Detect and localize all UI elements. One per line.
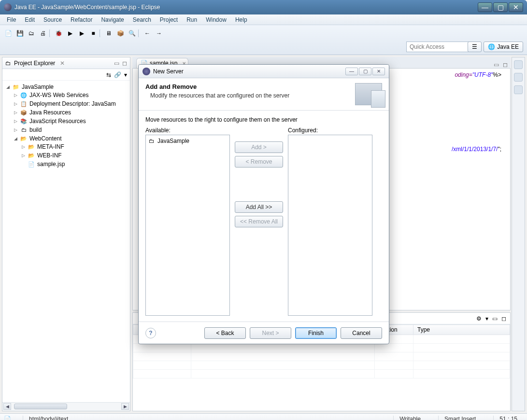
editor-text: ";	[498, 146, 501, 153]
snippets-icon[interactable]	[514, 85, 523, 94]
filter-icon[interactable]: ⚙	[476, 315, 482, 322]
available-list[interactable]: 🗀 JavaSample	[145, 135, 230, 316]
editor-text: 1/1/2013/1/7/	[464, 146, 498, 153]
add-all-button[interactable]: Add All >>	[235, 201, 283, 213]
window-title: Java EE - JavaSample/WebContent/sample.j…	[14, 4, 477, 11]
editor-text: "UTF-8"	[472, 71, 493, 78]
print-icon[interactable]: 🖨	[38, 28, 48, 39]
search-icon[interactable]: 🔍	[127, 28, 137, 39]
tree-item[interactable]: Deployment Descriptor: JavaSam	[29, 100, 116, 107]
maximize-view-icon[interactable]: ◻	[122, 60, 127, 67]
collapse-all-icon[interactable]: ⇆	[106, 71, 111, 78]
maximize-editor-icon[interactable]: ◻	[503, 61, 508, 68]
minimize-editor-icon[interactable]: ▭	[494, 61, 499, 68]
forward-icon[interactable]: →	[154, 28, 164, 39]
tree-item[interactable]: META-INF	[37, 143, 64, 150]
list-item[interactable]: 🗀 JavaSample	[148, 137, 228, 145]
project-explorer-title: Project Explorer	[14, 60, 55, 67]
back-button[interactable]: < Back	[204, 327, 246, 339]
menu-search[interactable]: Search	[129, 15, 155, 24]
task-list-icon[interactable]	[514, 73, 523, 82]
save-all-icon[interactable]: 🗂	[26, 28, 37, 39]
menu-navigate[interactable]: Navigate	[97, 15, 128, 24]
run-ext-icon[interactable]: ▶	[76, 28, 87, 39]
tree-item[interactable]: JAX-WS Web Services	[29, 92, 88, 98]
new-icon[interactable]: 📄	[3, 28, 14, 39]
maximize-button[interactable]: ▢	[493, 2, 508, 12]
tree-item[interactable]: sample.jsp	[37, 161, 65, 168]
table-row[interactable]	[133, 344, 510, 352]
tree-item[interactable]: Java Resources	[29, 109, 71, 116]
table-row[interactable]	[133, 352, 510, 361]
help-button[interactable]: ?	[145, 328, 156, 338]
outline-view-icon[interactable]	[514, 60, 523, 69]
jaxws-icon: 🌐	[20, 91, 28, 99]
close-button[interactable]: ✕	[509, 2, 523, 12]
dialog-maximize-button[interactable]: ▢	[359, 68, 371, 75]
new-server-dialog: New Server — ▢ ✕ Add and Remove Modify t…	[138, 64, 389, 344]
horizontal-scrollbar[interactable]: ◀ ▶	[2, 402, 130, 411]
tree-item[interactable]: WEB-INF	[37, 152, 62, 159]
tree-project[interactable]: JavaSample	[22, 84, 54, 90]
right-trim-stack	[512, 57, 525, 411]
status-position: 51 : 15	[493, 416, 523, 420]
back-icon[interactable]: ←	[142, 28, 153, 39]
dialog-close-button[interactable]: ✕	[372, 68, 385, 75]
column-header[interactable]: Type	[413, 325, 510, 335]
table-row[interactable]	[133, 361, 510, 370]
minimize-view-icon[interactable]: ▭	[114, 60, 119, 67]
open-type-icon[interactable]: 📦	[115, 28, 126, 39]
maximize-view-icon[interactable]: ◻	[501, 315, 506, 322]
cancel-button[interactable]: Cancel	[341, 327, 382, 339]
tree-item[interactable]: JavaScript Resources	[29, 118, 86, 125]
folder-icon: 📂	[28, 143, 35, 151]
editor-text: /xml/	[452, 146, 464, 153]
dialog-title: New Server	[153, 68, 184, 75]
eclipse-icon	[142, 68, 150, 75]
scroll-thumb[interactable]	[14, 404, 67, 409]
menu-source[interactable]: Source	[40, 15, 66, 24]
project-tree[interactable]: ◢📁JavaSample ▷🌐JAX-WS Web Services ▷📋Dep…	[2, 81, 130, 402]
minimize-button[interactable]: —	[478, 2, 492, 12]
debug-icon[interactable]: 🐞	[53, 28, 64, 39]
table-row[interactable]	[133, 370, 510, 378]
minimize-view-icon[interactable]: ▭	[492, 315, 498, 322]
dialog-minimize-button[interactable]: —	[345, 68, 358, 75]
view-close-icon[interactable]: ✕	[60, 60, 65, 67]
status-bar: 📄 html/body/#text Writable Smart Insert …	[0, 413, 527, 420]
configured-list[interactable]	[288, 135, 372, 316]
open-perspective-button[interactable]: ☰	[468, 42, 482, 52]
stop-icon[interactable]: ■	[88, 28, 99, 39]
view-menu-icon[interactable]: ▾	[124, 71, 127, 78]
link-editor-icon[interactable]: 🔗	[114, 71, 121, 78]
separator	[100, 29, 102, 38]
menu-refactor[interactable]: Refactor	[67, 15, 96, 24]
menu-file[interactable]: File	[3, 15, 20, 24]
new-server-icon[interactable]: 🖥	[103, 28, 114, 39]
jsp-file-icon: 📄	[28, 160, 35, 168]
tree-item[interactable]: build	[29, 126, 42, 133]
status-writable: Writable	[393, 416, 427, 420]
view-menu-icon[interactable]: ▾	[485, 315, 488, 322]
remove-all-button[interactable]: << Remove All	[235, 216, 283, 227]
status-insert: Smart Insert	[438, 416, 482, 420]
dialog-subheading: Modify the resources that are configured…	[145, 92, 355, 99]
menu-window[interactable]: Window	[202, 15, 230, 24]
tree-webcontent[interactable]: WebContent	[29, 135, 62, 142]
quick-access-input[interactable]	[406, 42, 474, 52]
remove-button[interactable]: < Remove	[235, 156, 283, 168]
file-icon: 📄	[4, 416, 11, 420]
menu-help[interactable]: Help	[231, 15, 251, 24]
menu-edit[interactable]: Edit	[21, 15, 39, 24]
run-icon[interactable]: ▶	[65, 28, 75, 39]
menu-project[interactable]: Project	[156, 15, 182, 24]
save-icon[interactable]: 💾	[14, 28, 25, 39]
menu-run[interactable]: Run	[183, 15, 201, 24]
finish-button[interactable]: Finish	[295, 327, 337, 339]
perspective-javaee[interactable]: 🌐 Java EE	[484, 42, 523, 52]
next-button[interactable]: Next >	[250, 327, 291, 339]
dialog-hint: Move resources to the right to configure…	[145, 116, 382, 123]
add-button[interactable]: Add >	[235, 141, 283, 153]
scroll-left-icon[interactable]: ◀	[3, 403, 11, 410]
scroll-right-icon[interactable]: ▶	[121, 403, 129, 410]
